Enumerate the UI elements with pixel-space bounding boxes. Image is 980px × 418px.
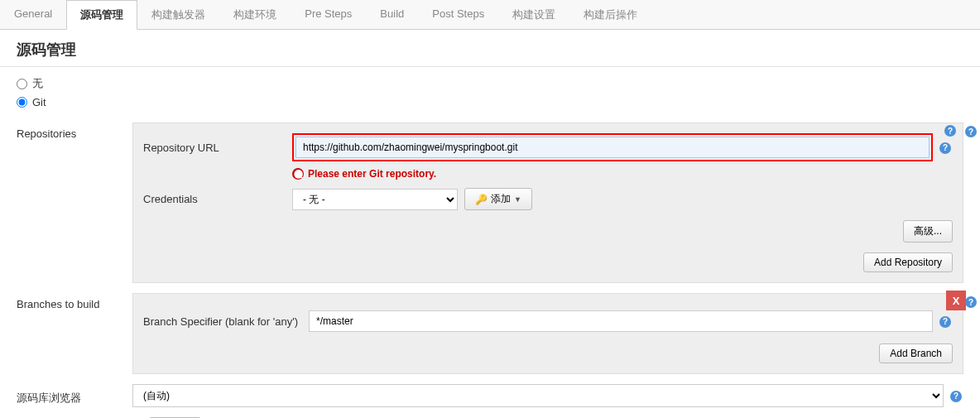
help-icon[interactable]: ? [965, 126, 977, 137]
repositories-label: Repositories [17, 123, 132, 140]
add-credentials-button[interactable]: 🔑 添加 ▼ [464, 188, 532, 210]
help-icon[interactable]: ? [939, 142, 951, 154]
advanced-button[interactable]: 高级... [903, 220, 953, 243]
add-cred-label: 添加 [491, 192, 511, 206]
scm-git-radio[interactable] [17, 97, 27, 108]
tab-post-build[interactable]: 构建后操作 [569, 0, 651, 29]
tab-pre-steps[interactable]: Pre Steps [291, 0, 366, 29]
add-branch-button[interactable]: Add Branch [879, 344, 953, 363]
scm-none-radio[interactable] [17, 79, 27, 89]
scm-git[interactable]: Git [17, 94, 963, 111]
caret-down-icon: ▼ [514, 195, 521, 204]
help-icon[interactable]: ? [965, 296, 977, 308]
scm-none-label: 无 [32, 76, 43, 91]
repo-url-input[interactable] [295, 137, 930, 158]
help-icon[interactable]: ? [944, 125, 956, 137]
section-title: 源码管理 [0, 30, 980, 67]
error-message: Please enter Git repository. [308, 168, 436, 180]
key-icon: 🔑 [475, 194, 488, 205]
help-icon[interactable]: ? [939, 316, 951, 328]
tab-env[interactable]: 构建环境 [219, 0, 291, 29]
scm-none[interactable]: 无 [17, 74, 963, 94]
scm-radio-group: 无 Git [0, 67, 980, 118]
credentials-select[interactable]: - 无 - [292, 189, 458, 210]
delete-branch-button[interactable]: X [946, 291, 966, 310]
tab-build[interactable]: Build [366, 0, 418, 29]
branch-specifier-label: Branch Specifier (blank for 'any') [143, 315, 309, 328]
config-tabs: General 源码管理 构建触发器 构建环境 Pre Steps Build … [0, 0, 980, 30]
tab-general[interactable]: General [0, 0, 66, 29]
repo-browser-select[interactable]: (自动) [132, 384, 944, 407]
tab-post-steps[interactable]: Post Steps [418, 0, 498, 29]
help-icon[interactable]: ? [950, 391, 962, 402]
branches-panel: X Branch Specifier (blank for 'any') ? A… [132, 293, 963, 374]
scm-git-label: Git [32, 96, 46, 108]
branches-label: Branches to build [17, 293, 132, 310]
tab-build-settings[interactable]: 构建设置 [498, 0, 569, 29]
add-repository-button[interactable]: Add Repository [863, 252, 953, 272]
tab-scm[interactable]: 源码管理 [66, 0, 137, 30]
branch-specifier-input[interactable] [309, 310, 933, 332]
tab-triggers[interactable]: 构建触发器 [137, 0, 219, 29]
repo-error: ⬤ — Please enter Git repository. [292, 168, 953, 180]
repositories-panel: ? Repository URL ? ⬤ — Please enter Git … [132, 123, 963, 283]
credentials-label: Credentials [143, 193, 292, 205]
repo-url-label: Repository URL [143, 142, 292, 154]
repo-browser-label: 源码库浏览器 [17, 386, 132, 406]
